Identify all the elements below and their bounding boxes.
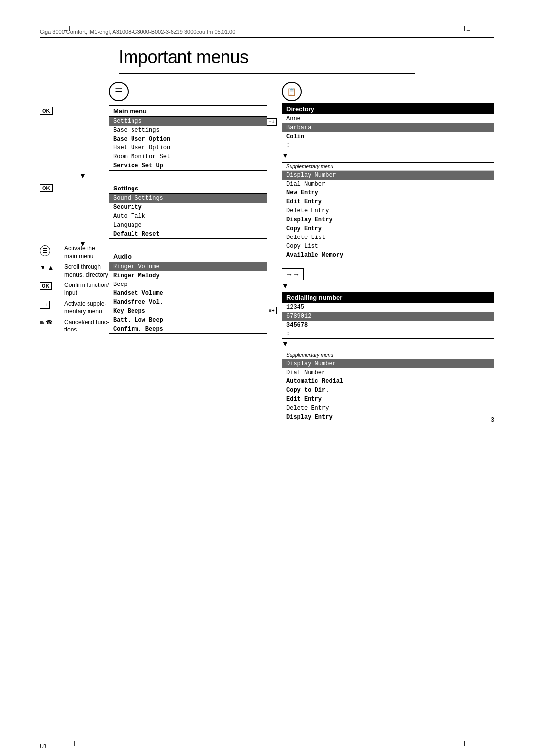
redial-item-1: 12345 bbox=[282, 303, 494, 312]
dir-suppl-menu: Supplementary menu Display Number Dial N… bbox=[282, 162, 494, 260]
main-menu-box-wrapper: OK Main menu Settings Base settings Base… bbox=[40, 105, 267, 171]
legend-icon-ok: OK bbox=[40, 282, 64, 290]
directory-icon-wrapper: 📋 bbox=[282, 82, 494, 101]
main-menu-item-4: Room Monitor Set bbox=[109, 152, 267, 161]
redialling-section: →→ ▼ ≡+ Redialling number 12345 6789012 … bbox=[282, 268, 494, 348]
eq-plus-dir[interactable]: ≡+ bbox=[267, 118, 277, 126]
redial-suppl-label: Supplementary menu bbox=[282, 351, 494, 359]
legend-item-4: ≡+ Activate supple-mentary menu bbox=[40, 300, 262, 316]
dir-suppl-delete-list: Delete List bbox=[282, 233, 494, 242]
redial-suppl-highlighted: Display Number bbox=[282, 359, 494, 368]
settings-item-2: Auto Talk bbox=[109, 212, 267, 221]
main-menu-title: Main menu bbox=[109, 106, 267, 117]
dir-item-colin: Colin bbox=[282, 132, 494, 141]
main-content: ☰ OK Main menu Settings Base settings Ba… bbox=[40, 82, 494, 716]
settings-highlighted: Sound Settings bbox=[109, 194, 267, 203]
dir-suppl-available-memory: Available Memory bbox=[282, 251, 494, 260]
redialling-icon-wrapper: →→ bbox=[282, 268, 494, 280]
legend-item-3: OK Confirm function/input bbox=[40, 282, 262, 297]
footer-line bbox=[40, 741, 494, 741]
ok-label-settings[interactable]: OK bbox=[40, 184, 53, 192]
page-number: 3 bbox=[491, 416, 494, 423]
page-header: Giga 3000 Comfort, IM1-engl, A31008-G300… bbox=[40, 29, 494, 35]
right-column: 📋 ≡+ Directory Anne Barbara Colin : ▼ Su… bbox=[282, 82, 494, 423]
directory-menu: Directory Anne Barbara Colin : bbox=[282, 103, 494, 150]
redial-suppl-copy-dir: Copy to Dir. bbox=[282, 386, 494, 395]
arrow-down-redialling-top: ▼ bbox=[282, 282, 494, 290]
dir-suppl-highlighted: Display Number bbox=[282, 171, 494, 180]
redial-item-2: 6789012 bbox=[282, 312, 494, 321]
footer-label: U3 bbox=[40, 743, 46, 749]
legend-icon-cancel: ≡/ ☎ bbox=[40, 319, 64, 326]
tick-mark-right: | _ bbox=[464, 25, 470, 31]
legend-item-5: ≡/ ☎ Cancel/end func-tions bbox=[40, 319, 262, 334]
dir-item-barbara: Barbara bbox=[282, 123, 494, 132]
settings-item-4: Default Reset bbox=[109, 230, 267, 238]
main-menu-box: Main menu Settings Base settings Base Us… bbox=[79, 105, 267, 171]
ok-label-main[interactable]: OK bbox=[40, 107, 53, 115]
legend-icon-suppl: ≡+ bbox=[40, 300, 64, 309]
footer-tick-right: | _ bbox=[464, 740, 470, 746]
directory-section: 📋 ≡+ Directory Anne Barbara Colin : ▼ bbox=[282, 82, 494, 159]
dir-suppl-label: Supplementary menu bbox=[282, 163, 494, 171]
redialling-box-wrapper: ≡+ Redialling number 12345 6789012 34567… bbox=[282, 292, 494, 339]
settings-item-1: Security bbox=[109, 203, 267, 212]
eq-plus-redial[interactable]: ≡+ bbox=[267, 307, 277, 314]
settings-section: OK Settings Sound Settings Security Auto… bbox=[40, 183, 267, 248]
arrow-down-redialling-bot: ▼ bbox=[282, 340, 494, 348]
directory-title: Directory bbox=[282, 104, 494, 114]
legend-text-5: Cancel/end func-tions bbox=[64, 319, 109, 334]
legend-icon-menu: ☰ bbox=[40, 245, 64, 256]
title-underline bbox=[119, 73, 415, 74]
redial-suppl-section: Supplementary menu Display Number Dial N… bbox=[282, 351, 494, 422]
legend-text-1: Activate themain menu bbox=[64, 245, 95, 260]
settings-box-wrapper: OK Settings Sound Settings Security Auto… bbox=[40, 183, 267, 239]
redial-suppl-edit-entry: Edit Entry bbox=[282, 395, 494, 404]
footer-tick-left: _ | bbox=[69, 740, 75, 746]
main-menu-item-5: Service Set Up bbox=[109, 161, 267, 170]
main-menu-icon: ☰ bbox=[109, 82, 129, 101]
legend-icon-scroll: ▼ ▲ bbox=[40, 263, 64, 271]
settings-box: Settings Sound Settings Security Auto Ta… bbox=[79, 183, 267, 239]
redial-suppl-dial: Dial Number bbox=[282, 368, 494, 377]
left-column: ☰ OK Main menu Settings Base settings Ba… bbox=[40, 82, 267, 337]
redialling-title: Redialling number bbox=[282, 292, 494, 303]
main-menu-item-3: Hset User Option bbox=[109, 143, 267, 152]
dir-suppl-delete-entry: Delete Entry bbox=[282, 206, 494, 215]
dir-item-colon: : bbox=[282, 141, 494, 150]
main-menu-highlighted: Settings bbox=[109, 117, 267, 126]
dir-suppl-edit-entry: Edit Entry bbox=[282, 197, 494, 206]
dir-suppl-new-entry: New Entry bbox=[282, 189, 494, 197]
legend-item-1: ☰ Activate themain menu bbox=[40, 245, 262, 260]
redial-item-colon: : bbox=[282, 330, 494, 338]
directory-icon: 📋 bbox=[282, 82, 302, 101]
main-menu: Main menu Settings Base settings Base Us… bbox=[109, 105, 267, 171]
dir-suppl-copy-entry: Copy Entry bbox=[282, 224, 494, 233]
dir-suppl-section: Supplementary menu Display Number Dial N… bbox=[282, 162, 494, 260]
main-menu-item-1: Base settings bbox=[109, 126, 267, 135]
arrow-down-dir: ▼ bbox=[282, 151, 494, 159]
redial-suppl-display-entry: Display Entry bbox=[282, 413, 494, 422]
main-menu-section: ☰ OK Main menu Settings Base settings Ba… bbox=[40, 82, 267, 180]
directory-box-wrapper: ≡+ Directory Anne Barbara Colin : bbox=[282, 103, 494, 150]
dir-suppl-display-entry: Display Entry bbox=[282, 215, 494, 224]
settings-menu: Settings Sound Settings Security Auto Ta… bbox=[109, 183, 267, 239]
main-menu-item-2: Base User Option bbox=[109, 135, 267, 143]
legend-text-4: Activate supple-mentary menu bbox=[64, 300, 106, 316]
dir-item-anne: Anne bbox=[282, 114, 494, 123]
settings-title: Settings bbox=[109, 183, 267, 194]
legend-item-2: ▼ ▲ Scroll throughmenus, directory bbox=[40, 263, 262, 279]
legend-section: ☰ Activate themain menu ▼ ▲ Scroll throu… bbox=[40, 245, 262, 337]
legend-text-2: Scroll throughmenus, directory bbox=[64, 263, 108, 279]
main-menu-icon-wrapper: ☰ bbox=[79, 82, 267, 103]
arrow-down-1: ▼ bbox=[79, 172, 267, 180]
tick-mark-left: _ | bbox=[64, 25, 70, 31]
redial-suppl-menu: Supplementary menu Display Number Dial N… bbox=[282, 351, 494, 422]
dir-suppl-dial: Dial Number bbox=[282, 180, 494, 189]
redial-suppl-delete-entry: Delete Entry bbox=[282, 404, 494, 413]
redial-suppl-auto-redial: Automatic Redial bbox=[282, 377, 494, 386]
redialling-icon: →→ bbox=[282, 268, 304, 280]
legend-text-3: Confirm function/input bbox=[64, 282, 109, 297]
redial-item-3: 345678 bbox=[282, 321, 494, 330]
page-title: Important menus bbox=[119, 47, 249, 68]
